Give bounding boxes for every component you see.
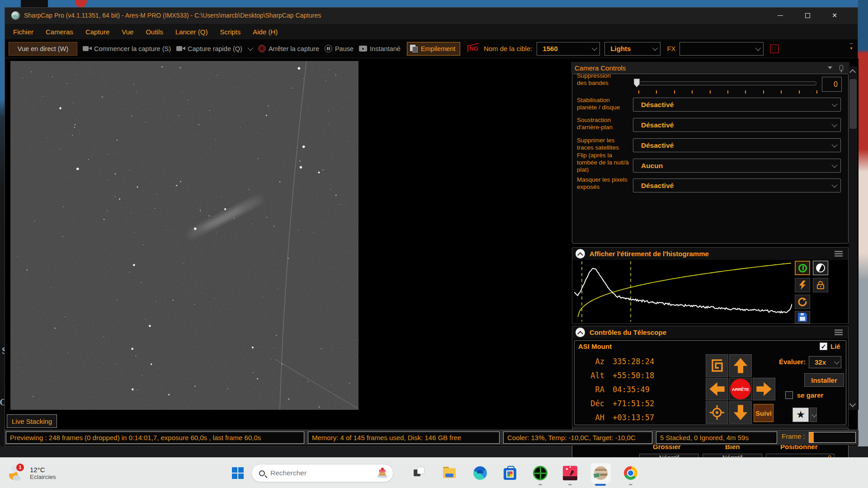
background-subtraction-select[interactable]: Désactivé <box>633 118 841 132</box>
menu-scripts[interactable]: Scripts <box>220 28 241 36</box>
video-camera-icon <box>83 46 92 52</box>
stop-capture-button[interactable]: Arrêter la capture <box>269 45 319 52</box>
star-dropdown-button[interactable] <box>810 408 817 422</box>
menu-cameras[interactable]: Cameras <box>46 28 73 36</box>
stop-slew-button[interactable]: ARRÊTE <box>729 378 752 400</box>
slew-up-button[interactable] <box>729 354 752 377</box>
panel-scrollbar[interactable] <box>849 66 858 410</box>
auto-stretch-icon[interactable] <box>795 278 810 292</box>
menu-lancer[interactable]: Lancer (Q) <box>175 28 208 36</box>
rate-select[interactable]: 32x <box>809 356 841 368</box>
target-name-value: 1560 <box>542 45 557 52</box>
scroll-up-icon[interactable] <box>849 69 856 75</box>
menu-outils[interactable]: Outils <box>146 28 163 36</box>
hide-hot-pixels-select[interactable]: Désactivé <box>633 178 841 192</box>
flip-select[interactable]: Aucun <box>633 159 841 173</box>
sharpcap-taskbar-button[interactable] <box>591 463 611 483</box>
satellite-trails-label: Supprimer les traces satellites <box>577 137 629 152</box>
chrome-browser-button[interactable] <box>622 464 640 482</box>
scrollbar-thumb[interactable] <box>849 79 857 129</box>
file-explorer-button[interactable] <box>440 464 458 482</box>
mount-linked-checkbox[interactable]: ✓ <box>820 343 827 350</box>
chevron-down-icon <box>832 182 838 188</box>
frame-type-select[interactable]: Lights <box>604 42 660 56</box>
quick-capture-button[interactable]: Capture rapide (Q) <box>188 45 242 52</box>
menu-icon[interactable] <box>835 250 843 258</box>
histogram-section: Afficher l'étirement de l'histogramme <box>571 247 849 325</box>
toolbar: Vue en direct (W) Commencer la capture (… <box>5 39 858 58</box>
install-button[interactable]: Installer <box>804 373 844 387</box>
windows-logo-icon <box>232 467 244 479</box>
banding-value-box[interactable]: 0 <box>822 77 842 92</box>
spiral-search-button[interactable] <box>706 354 728 377</box>
target-name-select[interactable]: 1560 <box>537 42 600 56</box>
stack-icon <box>410 45 418 53</box>
menu-vue[interactable]: Vue <box>122 28 133 36</box>
menu-icon[interactable] <box>835 328 843 337</box>
start-capture-button[interactable]: Commencer la capture (S) <box>94 45 171 52</box>
camera-controls-group: Suppression des bandes 0 Stabilisation p… <box>572 74 849 244</box>
power-button[interactable] <box>795 261 810 275</box>
pause-button[interactable]: Pause <box>335 45 354 52</box>
collapse-circle-icon[interactable] <box>576 328 585 337</box>
scroll-down-icon[interactable] <box>849 401 856 407</box>
maximize-button[interactable] <box>797 8 818 23</box>
search-input[interactable] <box>270 469 377 477</box>
minimize-button[interactable] <box>770 8 791 23</box>
coordinate-ra: RA04:35:49 <box>581 385 698 394</box>
banding-slider-thumb[interactable] <box>634 79 640 87</box>
phd2-guiding-button[interactable] <box>531 464 549 482</box>
coordinate-ha: AH+03:13:57 <box>581 413 698 422</box>
slew-down-button[interactable] <box>729 401 752 424</box>
status-previewing: Previewing : 248 frames (0 dropped) in 0… <box>6 432 304 444</box>
chevron-down-icon[interactable] <box>247 45 253 51</box>
weather-temperature: 12°C <box>30 466 56 474</box>
weather-widget[interactable]: 1 12°C Eclaircies <box>6 461 88 485</box>
menu-capture[interactable]: Capture <box>85 28 109 36</box>
collapse-chevron-icon[interactable] <box>828 66 832 69</box>
slew-left-button[interactable] <box>706 378 728 400</box>
search-box[interactable] <box>251 464 393 482</box>
astronomy-app-button[interactable] <box>561 464 579 482</box>
background-window-fragment <box>21 0 48 7</box>
title-bar[interactable]: SharpCap Pro (v4.1.11351, 64 bit) - Ares… <box>5 8 858 24</box>
sharpcap-app-icon <box>11 11 20 20</box>
weather-description: Eclaircies <box>30 474 56 480</box>
menu-aide[interactable]: Aide (H) <box>253 28 278 36</box>
edge-browser-button[interactable] <box>471 464 489 482</box>
banding-slider[interactable] <box>636 81 816 85</box>
sharpcap-window: SharpCap Pro (v4.1.11351, 64 bit) - Ares… <box>5 7 858 446</box>
stabilisation-select[interactable]: Désactivé <box>633 98 841 112</box>
save-icon[interactable] <box>795 311 810 324</box>
live-view-button[interactable]: Vue en direct (W) <box>9 42 77 56</box>
satellite-trails-select[interactable]: Désactivé <box>633 138 841 152</box>
telescope-header[interactable]: Contrôles du Télescope <box>572 326 849 338</box>
pin-icon[interactable] <box>840 65 843 70</box>
live-stacking-tab[interactable]: Live Stacking <box>7 414 57 428</box>
chevron-down-icon <box>832 101 838 107</box>
start-button[interactable] <box>229 465 247 482</box>
overflow-chevron-icon: ▾ <box>848 46 855 51</box>
microsoft-store-button[interactable] <box>501 464 519 482</box>
contrast-button[interactable] <box>813 261 828 275</box>
reset-icon[interactable] <box>795 295 810 309</box>
rate-label: Évaluer: <box>779 358 806 366</box>
live-stack-button[interactable]: Empilement <box>407 42 461 56</box>
histogram-header[interactable]: Afficher l'étirement de l'histogramme <box>572 247 849 260</box>
goto-target-button[interactable] <box>706 401 728 424</box>
task-view-button[interactable] <box>410 464 429 482</box>
image-preview-area[interactable] <box>10 61 359 410</box>
menu-fichier[interactable]: Fichier <box>13 28 33 36</box>
toolbar-overflow[interactable]: – ▾ <box>848 41 855 51</box>
collapse-circle-icon[interactable] <box>576 249 585 258</box>
target-name-label: Nom de la cible: <box>484 45 533 52</box>
park-checkbox[interactable] <box>785 391 793 399</box>
star-button[interactable]: ★ <box>793 408 809 422</box>
selection-area-icon[interactable] <box>770 44 779 53</box>
close-button[interactable]: ✕ <box>824 8 845 23</box>
lock-icon[interactable] <box>813 278 828 292</box>
tracking-button[interactable]: Suivi <box>754 404 774 422</box>
slew-right-button[interactable] <box>753 378 775 400</box>
snapshot-button[interactable]: Instantané <box>370 45 401 52</box>
fx-select[interactable] <box>679 42 764 56</box>
